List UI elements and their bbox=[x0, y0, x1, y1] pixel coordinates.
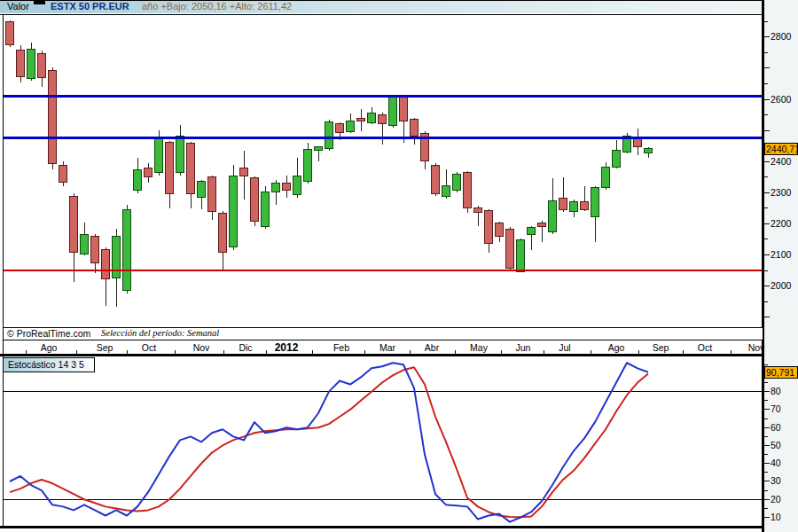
stochastic-layer bbox=[4, 363, 762, 521]
candle bbox=[591, 187, 599, 216]
candle bbox=[91, 236, 99, 262]
footer-strip: © ProRealTime.com Selección del período:… bbox=[4, 328, 763, 340]
candle bbox=[347, 121, 355, 132]
candle bbox=[59, 165, 67, 182]
stochastic-axis-label: 50 bbox=[771, 440, 781, 450]
candle bbox=[123, 209, 131, 291]
price-axis-label: 2100 bbox=[771, 249, 792, 260]
month-axis-label: Jun bbox=[516, 342, 531, 353]
candle bbox=[230, 176, 238, 246]
candle bbox=[155, 138, 163, 172]
stochastic-axis-label: 10 bbox=[771, 512, 781, 522]
stochastic-title-box[interactable]: Estocástico 14 3 5 bbox=[3, 357, 95, 372]
stochastic-axis-label: 30 bbox=[771, 475, 781, 486]
stochastic-axis-label: 40 bbox=[771, 458, 781, 468]
candle bbox=[251, 178, 259, 222]
candle bbox=[496, 223, 504, 236]
candle bbox=[6, 22, 14, 45]
period-selection-label[interactable]: Selección del período: Semanal bbox=[101, 328, 219, 338]
month-axis-label: Ago bbox=[608, 342, 625, 353]
last-price-box: 2440,71 bbox=[764, 143, 798, 155]
chart-canvas[interactable]: 2800260024002300220021002000AgoSepOctNov… bbox=[0, 0, 798, 532]
month-axis-label: Oct bbox=[142, 342, 156, 353]
price-axis-label: 2300 bbox=[771, 187, 792, 198]
stochastic-axis: 8070605040302010 bbox=[764, 364, 781, 522]
copyright-label: © ProRealTime.com bbox=[7, 328, 90, 339]
candle bbox=[613, 151, 621, 167]
candle bbox=[49, 71, 57, 164]
candle bbox=[517, 240, 525, 272]
stochastic-axis-label: 80 bbox=[771, 386, 781, 396]
month-axis-label: Nov bbox=[193, 342, 210, 353]
month-axis-label: Nov bbox=[748, 342, 765, 353]
stochastic-value-box: 90,791 bbox=[764, 366, 798, 379]
candle bbox=[240, 168, 248, 176]
candle bbox=[336, 124, 344, 133]
price-axis-label: 2600 bbox=[771, 94, 792, 105]
candle bbox=[70, 196, 78, 253]
time-axis: AgoSepOctNovDic2012FebMarAbrMayJunJulAgo… bbox=[26, 341, 765, 355]
candle bbox=[411, 120, 419, 137]
candle bbox=[464, 173, 472, 208]
candlestick-layer bbox=[6, 20, 653, 307]
candle bbox=[198, 182, 206, 198]
price-axis-label: 2000 bbox=[771, 280, 792, 291]
year-axis-label: 2012 bbox=[275, 341, 299, 354]
month-axis-label: Sep bbox=[653, 342, 669, 353]
stochastic-axis-label: 70 bbox=[771, 403, 781, 414]
candle bbox=[325, 121, 333, 148]
candle bbox=[368, 113, 376, 122]
candle bbox=[538, 223, 546, 226]
month-axis-label: Dic bbox=[239, 342, 252, 353]
candle bbox=[570, 201, 578, 211]
prorealtime-chart-window: Valor ESTX 50 PR.EUR año +Bajo: 2050,16 … bbox=[0, 0, 798, 532]
price-axis-label: 2800 bbox=[771, 31, 792, 42]
candle bbox=[432, 165, 440, 193]
candle bbox=[549, 200, 557, 231]
candle bbox=[81, 235, 89, 254]
candle bbox=[485, 210, 493, 244]
month-axis-label: Abr bbox=[425, 342, 440, 353]
price-axis: 2800260024002300220021002000 bbox=[764, 21, 792, 317]
candle bbox=[38, 54, 46, 78]
candle bbox=[27, 49, 35, 78]
candle bbox=[389, 97, 397, 125]
month-axis-label: Sep bbox=[97, 342, 113, 353]
candle bbox=[442, 186, 450, 197]
candle bbox=[219, 214, 227, 253]
candle bbox=[400, 97, 408, 121]
candle bbox=[304, 149, 312, 182]
candle bbox=[145, 168, 153, 177]
candle bbox=[187, 144, 195, 193]
candle bbox=[645, 149, 653, 153]
candle bbox=[315, 147, 323, 151]
stochastic-axis-label: 20 bbox=[771, 494, 781, 505]
stochastic-line-red bbox=[10, 367, 648, 517]
month-axis-label: May bbox=[470, 342, 489, 353]
candle bbox=[17, 50, 25, 76]
candle bbox=[559, 199, 567, 209]
candle bbox=[102, 249, 110, 279]
month-axis-label: Oct bbox=[698, 342, 712, 353]
price-axis-label: 2200 bbox=[771, 218, 792, 229]
candle bbox=[474, 207, 482, 213]
candle bbox=[134, 169, 142, 191]
candle bbox=[262, 192, 270, 226]
month-axis-label: Ago bbox=[41, 342, 58, 353]
candle bbox=[176, 136, 184, 173]
month-axis-label: Jul bbox=[559, 342, 570, 353]
candle bbox=[283, 183, 291, 190]
candle bbox=[293, 176, 301, 195]
candle bbox=[581, 201, 589, 209]
candle bbox=[208, 177, 216, 211]
candle bbox=[528, 227, 536, 234]
month-axis-label: Mar bbox=[379, 342, 396, 353]
month-axis-label: Feb bbox=[333, 342, 349, 353]
candle bbox=[379, 115, 387, 124]
candle bbox=[602, 167, 610, 187]
candle bbox=[272, 183, 280, 192]
price-axis-label: 2400 bbox=[771, 156, 792, 167]
candle bbox=[506, 229, 514, 269]
candle bbox=[166, 143, 174, 193]
stochastic-line-blue bbox=[10, 363, 648, 521]
